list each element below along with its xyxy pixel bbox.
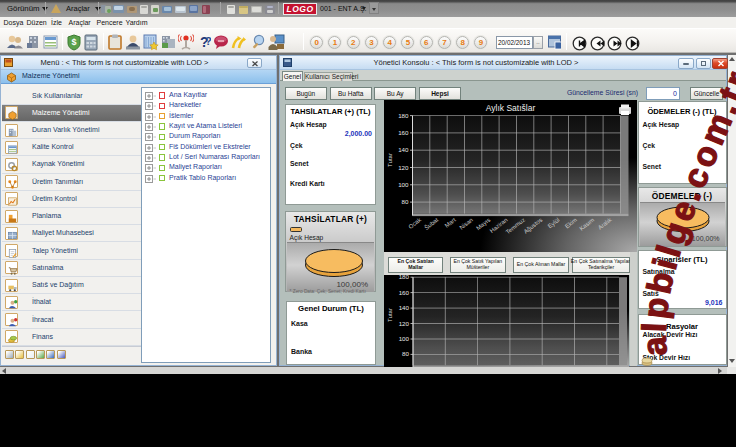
svg-text:alpbilge.com.tr: alpbilge.com.tr xyxy=(635,67,736,357)
